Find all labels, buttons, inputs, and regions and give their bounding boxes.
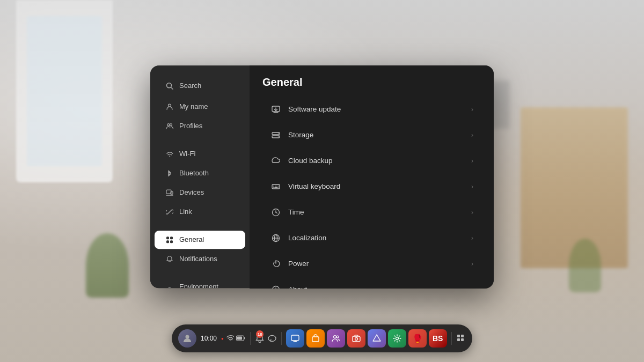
shelf-decoration-right: [521, 107, 628, 268]
sidebar-item-notifications[interactable]: Notifications: [155, 250, 245, 268]
menu-item-storage[interactable]: Storage ›: [262, 123, 481, 147]
svg-point-2: [169, 104, 171, 107]
sidebar-label-link: Link: [179, 208, 192, 216]
sidebar-item-my-name[interactable]: My name: [155, 98, 245, 116]
taskbar-app-saber[interactable]: BS: [429, 329, 447, 348]
menu-item-cloud-backup[interactable]: Cloud backup ›: [262, 149, 481, 173]
svg-rect-9: [166, 237, 169, 239]
sidebar-label-search: Search: [179, 82, 201, 90]
sidebar-item-general[interactable]: General: [155, 231, 245, 249]
taskbar-app-camera[interactable]: [347, 329, 365, 348]
menu-item-about[interactable]: About ›: [262, 277, 481, 288]
taskbar-notification-btn[interactable]: 10: [254, 329, 265, 348]
sidebar-item-wifi[interactable]: Wi-Fi: [155, 145, 245, 163]
taskbar-divider-left: [250, 332, 251, 345]
software-update-icon: [270, 104, 282, 115]
svg-rect-66: [457, 338, 460, 341]
svg-line-41: [276, 212, 277, 213]
window-decoration-left: [16, 0, 113, 182]
power-icon: [270, 258, 282, 270]
localization-label: Localization: [288, 234, 471, 242]
menu-item-time[interactable]: Time ›: [262, 200, 481, 225]
taskbar-battery-icon: [236, 335, 246, 342]
menu-item-localization[interactable]: Localization ›: [262, 226, 481, 250]
settings-window: Search My name Profiles: [150, 65, 494, 288]
cloud-backup-label: Cloud backup: [288, 157, 471, 165]
sidebar-label-profiles: Profiles: [179, 122, 202, 130]
svg-point-29: [278, 133, 279, 134]
page-title: General: [262, 76, 481, 88]
virtual-keyboard-label: Virtual keyboard: [288, 182, 471, 190]
svg-point-54: [268, 336, 276, 342]
svg-point-62: [355, 338, 357, 341]
svg-rect-31: [272, 184, 280, 189]
svg-rect-12: [170, 240, 173, 243]
taskbar-app-bag[interactable]: [306, 329, 325, 348]
main-content: General Software update ›: [250, 65, 494, 288]
svg-point-30: [278, 136, 279, 137]
svg-rect-65: [461, 335, 464, 337]
taskbar-app-game[interactable]: 🥊: [408, 329, 427, 348]
svg-rect-53: [237, 336, 242, 339]
svg-rect-55: [291, 335, 299, 341]
time-label: Time: [288, 208, 471, 216]
taskbar-app-people[interactable]: [327, 329, 345, 348]
menu-item-power[interactable]: Power ›: [262, 252, 481, 276]
sidebar: Search My name Profiles: [150, 65, 250, 288]
time-chevron: ›: [471, 209, 473, 216]
sidebar-label-bluetooth: Bluetooth: [179, 169, 209, 177]
search-icon: [165, 82, 174, 90]
menu-item-virtual-keyboard[interactable]: Virtual keyboard ›: [262, 174, 481, 199]
link-icon: [165, 208, 174, 216]
plant-decoration-right: [569, 239, 601, 292]
svg-rect-10: [170, 237, 173, 239]
sidebar-label-general: General: [179, 235, 204, 243]
sidebar-label-wifi: Wi-Fi: [179, 150, 195, 158]
cloud-backup-icon: [270, 155, 282, 167]
devices-icon: [165, 188, 174, 197]
bell-icon: [165, 255, 174, 263]
svg-rect-67: [461, 338, 464, 341]
sidebar-item-environment-setup[interactable]: Environment setup: [155, 278, 245, 288]
taskbar-app-tv[interactable]: [286, 329, 304, 348]
menu-item-software-update[interactable]: Software update ›: [262, 97, 481, 122]
svg-point-63: [396, 337, 398, 340]
svg-point-59: [333, 336, 336, 338]
svg-point-4: [170, 123, 172, 125]
localization-icon: [270, 232, 282, 244]
taskbar-divider-apps: [451, 332, 452, 345]
wifi-icon: [165, 150, 174, 158]
about-chevron: ›: [471, 286, 473, 288]
svg-rect-61: [353, 336, 360, 342]
sidebar-item-devices[interactable]: Devices: [155, 183, 245, 202]
software-update-label: Software update: [288, 105, 471, 113]
taskbar-grid-btn[interactable]: [456, 329, 466, 348]
about-icon: [270, 284, 282, 288]
environment-icon: [165, 286, 174, 288]
sidebar-item-link[interactable]: Link: [155, 203, 245, 221]
svg-line-1: [171, 87, 173, 89]
sidebar-item-search[interactable]: Search: [155, 77, 245, 95]
power-label: Power: [288, 260, 471, 268]
sidebar-label-notifications: Notifications: [179, 255, 217, 263]
svg-point-50: [186, 335, 189, 339]
general-icon: [165, 235, 174, 244]
taskbar-time: 10:00: [201, 335, 217, 342]
taskbar-app-settings[interactable]: [388, 329, 406, 348]
sidebar-label-devices: Devices: [179, 188, 204, 196]
svg-point-47: [275, 287, 276, 288]
sidebar-item-bluetooth[interactable]: Bluetooth: [155, 164, 245, 182]
svg-point-3: [167, 123, 170, 125]
taskbar-app-gradient[interactable]: [368, 329, 386, 348]
taskbar: 10:00 ● 10: [172, 324, 472, 352]
bluetooth-icon: [165, 169, 174, 178]
storage-icon: [270, 129, 282, 141]
plant-decoration-left: [86, 233, 129, 298]
taskbar-dot: ●: [221, 336, 224, 341]
sidebar-item-profiles[interactable]: Profiles: [155, 117, 245, 135]
taskbar-chat-btn[interactable]: [267, 329, 277, 348]
svg-point-60: [336, 336, 339, 338]
sidebar-label-my-name: My name: [179, 102, 208, 110]
svg-rect-64: [457, 335, 460, 337]
taskbar-avatar[interactable]: [178, 329, 196, 348]
